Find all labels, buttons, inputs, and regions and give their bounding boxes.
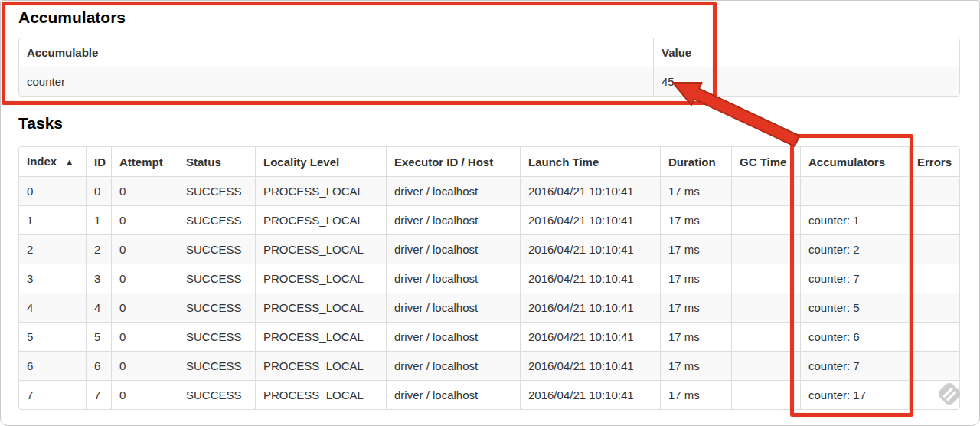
cell-status: SUCCESS bbox=[178, 293, 255, 322]
cell-accumulators: counter: 5 bbox=[800, 293, 909, 322]
spark-ui-stage-page: Accumulators Accumulable Value counter 4… bbox=[0, 0, 980, 426]
col-header-accumulators[interactable]: Accumulators bbox=[800, 147, 909, 176]
task-row: 2 2 0 SUCCESS PROCESS_LOCAL driver / loc… bbox=[19, 234, 959, 264]
cell-gc-time bbox=[731, 322, 800, 351]
cell-attempt: 0 bbox=[111, 322, 178, 351]
cell-executor-id-host: driver / localhost bbox=[386, 322, 520, 351]
col-header-locality-level[interactable]: Locality Level bbox=[255, 147, 386, 176]
cell-id: 6 bbox=[86, 351, 111, 380]
col-header-launch-time[interactable]: Launch Time bbox=[520, 147, 660, 176]
cell-launch-time: 2016/04/21 10:10:41 bbox=[520, 322, 660, 351]
cell-errors bbox=[909, 176, 959, 205]
cell-index: 2 bbox=[19, 234, 86, 264]
cell-duration: 17 ms bbox=[660, 264, 731, 293]
cell-errors bbox=[909, 234, 959, 264]
task-row: 1 1 0 SUCCESS PROCESS_LOCAL driver / loc… bbox=[19, 205, 959, 234]
cell-errors bbox=[909, 293, 959, 322]
cell-duration: 17 ms bbox=[660, 293, 731, 322]
col-header-id[interactable]: ID bbox=[86, 147, 111, 176]
cell-id: 1 bbox=[86, 205, 111, 234]
cell-launch-time: 2016/04/21 10:10:41 bbox=[520, 293, 660, 322]
cell-executor-id-host: driver / localhost bbox=[386, 380, 520, 409]
col-header-index-label: Index bbox=[27, 155, 57, 168]
cell-status: SUCCESS bbox=[178, 205, 255, 234]
cell-attempt: 0 bbox=[111, 264, 178, 293]
cell-status: SUCCESS bbox=[178, 351, 255, 380]
col-header-gc-time[interactable]: GC Time bbox=[731, 147, 800, 176]
task-row: 5 5 0 SUCCESS PROCESS_LOCAL driver / loc… bbox=[19, 322, 959, 351]
cell-locality-level: PROCESS_LOCAL bbox=[255, 205, 386, 234]
cell-locality-level: PROCESS_LOCAL bbox=[255, 264, 386, 293]
tasks-table: Index▲ ID Attempt Status Locality Level … bbox=[18, 146, 960, 410]
cell-attempt: 0 bbox=[111, 380, 178, 409]
cell-duration: 17 ms bbox=[660, 234, 731, 264]
cell-index: 0 bbox=[19, 176, 86, 205]
accumulators-table: Accumulable Value counter 45 bbox=[18, 38, 960, 97]
cell-index: 1 bbox=[19, 205, 86, 234]
cell-accumulators: counter: 1 bbox=[800, 205, 909, 234]
cell-status: SUCCESS bbox=[178, 322, 255, 351]
cell-id: 2 bbox=[86, 234, 111, 264]
cell-locality-level: PROCESS_LOCAL bbox=[255, 176, 386, 205]
cell-launch-time: 2016/04/21 10:10:41 bbox=[520, 234, 660, 264]
cell-errors bbox=[909, 205, 959, 234]
cell-accumulators: counter: 6 bbox=[800, 322, 909, 351]
cell-id: 7 bbox=[86, 380, 111, 409]
cell-index: 5 bbox=[19, 322, 86, 351]
cell-gc-time bbox=[731, 205, 800, 234]
cell-executor-id-host: driver / localhost bbox=[386, 205, 520, 234]
cell-executor-id-host: driver / localhost bbox=[386, 234, 520, 264]
sort-ascending-icon: ▲ bbox=[65, 157, 74, 166]
task-row: 3 3 0 SUCCESS PROCESS_LOCAL driver / loc… bbox=[19, 264, 959, 293]
cell-launch-time: 2016/04/21 10:10:41 bbox=[520, 380, 660, 409]
cell-gc-time bbox=[731, 264, 800, 293]
cell-launch-time: 2016/04/21 10:10:41 bbox=[520, 351, 660, 380]
cell-gc-time bbox=[731, 176, 800, 205]
tasks-header-row: Index▲ ID Attempt Status Locality Level … bbox=[19, 147, 959, 176]
cell-id: 3 bbox=[86, 264, 111, 293]
cell-launch-time: 2016/04/21 10:10:41 bbox=[520, 176, 660, 205]
cell-index: 7 bbox=[19, 380, 86, 409]
cell-accumulators: counter: 17 bbox=[800, 380, 909, 409]
cell-attempt: 0 bbox=[111, 176, 178, 205]
cell-attempt: 0 bbox=[111, 234, 178, 264]
col-header-attempt[interactable]: Attempt bbox=[111, 147, 178, 176]
col-header-accumulable: Accumulable bbox=[19, 38, 653, 67]
cell-executor-id-host: driver / localhost bbox=[386, 264, 520, 293]
cell-duration: 17 ms bbox=[660, 380, 731, 409]
accumulator-row: counter 45 bbox=[19, 67, 959, 96]
col-header-errors[interactable]: Errors bbox=[909, 147, 959, 176]
cell-duration: 17 ms bbox=[660, 205, 731, 234]
cell-errors bbox=[909, 322, 959, 351]
cell-locality-level: PROCESS_LOCAL bbox=[255, 234, 386, 264]
cell-executor-id-host: driver / localhost bbox=[386, 293, 520, 322]
cell-accumulators: counter: 7 bbox=[800, 264, 909, 293]
cell-index: 6 bbox=[19, 351, 86, 380]
cell-launch-time: 2016/04/21 10:10:41 bbox=[520, 264, 660, 293]
tasks-section-title: Tasks bbox=[18, 113, 63, 133]
col-header-status[interactable]: Status bbox=[178, 147, 255, 176]
cell-duration: 17 ms bbox=[660, 322, 731, 351]
cell-status: SUCCESS bbox=[178, 234, 255, 264]
cell-accumulators: counter: 7 bbox=[800, 351, 909, 380]
cell-gc-time bbox=[731, 351, 800, 380]
col-header-duration[interactable]: Duration bbox=[660, 147, 731, 176]
cell-gc-time bbox=[731, 293, 800, 322]
cell-accumulators bbox=[800, 176, 909, 205]
col-header-executor-id-host[interactable]: Executor ID / Host bbox=[386, 147, 520, 176]
cell-status: SUCCESS bbox=[178, 380, 255, 409]
cell-attempt: 0 bbox=[111, 351, 178, 380]
cell-index: 3 bbox=[19, 264, 86, 293]
cell-status: SUCCESS bbox=[178, 176, 255, 205]
cell-id: 5 bbox=[86, 322, 111, 351]
skitch-watermark-icon bbox=[933, 378, 965, 410]
cell-errors bbox=[909, 351, 959, 380]
col-header-index[interactable]: Index▲ bbox=[19, 147, 86, 176]
cell-locality-level: PROCESS_LOCAL bbox=[255, 351, 386, 380]
cell-id: 0 bbox=[86, 176, 111, 205]
cell-gc-time bbox=[731, 234, 800, 264]
cell-locality-level: PROCESS_LOCAL bbox=[255, 322, 386, 351]
cell-duration: 17 ms bbox=[660, 176, 731, 205]
cell-status: SUCCESS bbox=[178, 264, 255, 293]
col-header-value: Value bbox=[653, 38, 959, 67]
